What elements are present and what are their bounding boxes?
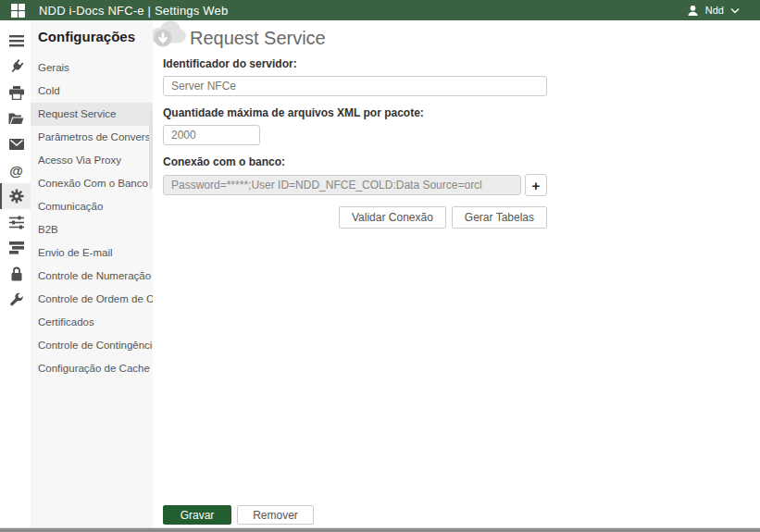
sidebar-item-comunicacao[interactable]: Comunicação xyxy=(31,195,153,218)
server-stack-icon xyxy=(9,241,24,254)
sidebar-item-configuracao-cache[interactable]: Configuração de Cache xyxy=(31,357,153,380)
xml-per-package-input[interactable] xyxy=(163,125,260,145)
rail-tools-button[interactable] xyxy=(0,287,31,313)
sidebar-title: Configurações xyxy=(38,29,145,44)
server-id-label: Identificador do servidor: xyxy=(163,57,547,70)
rail-menu-button[interactable] xyxy=(0,28,31,54)
app-title: NDD i-Docs NFC-e | Settings Web xyxy=(39,4,228,18)
wrench-icon xyxy=(9,292,24,307)
folder-open-icon xyxy=(8,112,24,125)
sidebar-item-acesso-proxy[interactable]: Acesso Via Proxy xyxy=(31,149,153,172)
settings-sidebar: Configurações Gerais Cold Request Servic… xyxy=(31,20,153,527)
sidebar-item-conexao-banco[interactable]: Conexão Com o Banco de Dados xyxy=(31,172,153,195)
main-panel: Request Service Identificador do servido… xyxy=(153,20,760,527)
top-bar: NDD i-Docs NFC-e | Settings Web Ndd xyxy=(0,0,760,20)
at-icon: @ xyxy=(9,164,23,178)
sidebar-item-b2b[interactable]: B2B xyxy=(31,218,153,241)
plug-icon xyxy=(9,59,24,74)
rail-print-button[interactable] xyxy=(0,80,31,105)
user-name: Ndd xyxy=(705,5,724,16)
sidebar-item-controle-contingencia[interactable]: Controle de Contingência xyxy=(31,334,153,357)
printer-icon xyxy=(9,86,24,100)
user-menu[interactable]: Ndd xyxy=(687,5,753,17)
menu-icon xyxy=(9,35,24,47)
db-connection-label: Conexão com o banco: xyxy=(163,155,547,168)
horizontal-scrollbar[interactable] xyxy=(0,527,760,532)
sidebar-item-envio-email[interactable]: Envio de E-mail xyxy=(31,241,153,265)
rail-at-button[interactable]: @ xyxy=(0,157,31,183)
user-icon xyxy=(687,5,699,17)
app-launcher-icon[interactable] xyxy=(11,4,25,18)
chevron-down-icon xyxy=(730,7,740,14)
sidebar-item-request-service[interactable]: Request Service xyxy=(31,103,153,126)
rail-services-button[interactable] xyxy=(0,235,31,261)
icon-rail: @ xyxy=(0,20,31,527)
rail-security-button[interactable] xyxy=(0,261,31,287)
remove-button[interactable]: Remover xyxy=(237,505,314,525)
sidebar-item-gerais[interactable]: Gerais xyxy=(31,56,153,80)
lock-icon xyxy=(10,266,23,281)
sidebar-item-cold[interactable]: Cold xyxy=(31,80,153,103)
sidebar-item-controle-ordem-operacao[interactable]: Controle de Ordem de Operação xyxy=(31,288,153,311)
horizontal-scrollbar-thumb[interactable] xyxy=(0,528,760,532)
server-id-input[interactable] xyxy=(163,76,547,96)
validate-connection-button[interactable]: Validar Conexão xyxy=(339,206,446,229)
sidebar-item-controle-numeracao[interactable]: Controle de Numeração xyxy=(31,265,153,288)
rail-tuning-button[interactable] xyxy=(0,209,31,235)
save-button[interactable]: Gravar xyxy=(163,505,231,525)
mail-icon xyxy=(9,139,24,150)
request-service-form: Identificador do servidor: Quantidade má… xyxy=(163,52,547,229)
gear-icon xyxy=(9,189,24,204)
sidebar-item-certificados[interactable]: Certificados xyxy=(31,311,153,334)
page-title: Request Service xyxy=(190,28,326,49)
sliders-icon xyxy=(9,216,24,229)
rail-settings-button[interactable] xyxy=(0,183,31,209)
add-connection-button[interactable]: + xyxy=(525,174,547,196)
rail-connection-button[interactable] xyxy=(0,54,31,80)
rail-mail-button[interactable] xyxy=(0,131,31,157)
generate-tables-button[interactable]: Gerar Tabelas xyxy=(452,206,547,229)
cloud-download-icon xyxy=(153,20,188,51)
sidebar-item-parametros-conversao[interactable]: Parâmetros de Conversão xyxy=(31,126,153,149)
rail-files-button[interactable] xyxy=(0,105,31,131)
xml-per-package-label: Quantidade máxima de arquivos XML por pa… xyxy=(163,106,547,119)
db-connection-input[interactable] xyxy=(163,175,521,195)
